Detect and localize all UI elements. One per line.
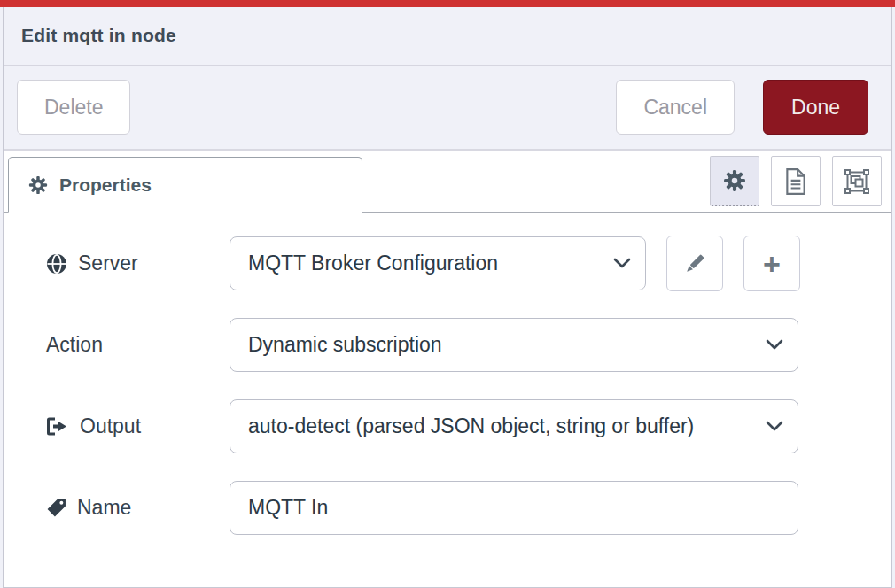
done-button[interactable]: Done bbox=[763, 80, 868, 135]
edit-node-dialog: Edit mqtt in node Delete Cancel Done bbox=[0, 0, 895, 588]
edit-server-button[interactable] bbox=[666, 236, 723, 291]
object-group-icon bbox=[844, 169, 869, 194]
editor-tab-bar: Properties bbox=[4, 151, 891, 213]
chevron-down-icon bbox=[766, 339, 783, 351]
tag-icon bbox=[46, 498, 66, 518]
tray-header: Edit mqtt in node bbox=[4, 7, 891, 66]
name-input[interactable] bbox=[230, 481, 798, 535]
delete-button[interactable]: Delete bbox=[17, 80, 130, 135]
gear-icon bbox=[28, 175, 48, 195]
server-select[interactable]: MQTT Broker Configuration bbox=[230, 236, 646, 290]
chevron-down-icon bbox=[766, 421, 783, 432]
page-title: Edit mqtt in node bbox=[21, 25, 891, 46]
properties-tab-button[interactable] bbox=[710, 156, 759, 206]
tab-tool-buttons bbox=[710, 156, 891, 206]
cancel-button[interactable]: Cancel bbox=[616, 80, 735, 135]
tab-properties[interactable]: Properties bbox=[8, 157, 362, 213]
output-select[interactable]: auto-detect (parsed JSON object, string … bbox=[230, 399, 798, 453]
server-label: Server bbox=[4, 251, 230, 275]
globe-icon bbox=[46, 253, 67, 275]
tab-properties-label: Properties bbox=[59, 174, 152, 196]
workspace-top-red-bar bbox=[0, 0, 895, 7]
gear-icon bbox=[723, 169, 746, 192]
output-row: Output auto-detect (parsed JSON object, … bbox=[4, 399, 891, 453]
edit-tray-panel: Edit mqtt in node Delete Cancel Done bbox=[3, 7, 892, 588]
properties-form: Server MQTT Broker Configuration bbox=[4, 213, 891, 587]
server-row: Server MQTT Broker Configuration bbox=[4, 236, 891, 290]
action-select[interactable]: Dynamic subscription bbox=[230, 318, 798, 372]
appearance-tab-button[interactable] bbox=[832, 156, 882, 206]
name-label: Name bbox=[4, 496, 230, 520]
tray-toolbar: Delete Cancel Done bbox=[4, 66, 891, 151]
sign-out-icon bbox=[46, 416, 69, 437]
add-server-button[interactable]: + bbox=[743, 236, 800, 291]
pencil-icon bbox=[683, 252, 706, 275]
action-label: Action bbox=[4, 333, 230, 357]
chevron-down-icon bbox=[613, 258, 631, 269]
name-row: Name bbox=[4, 481, 891, 535]
file-lines-icon bbox=[784, 168, 807, 195]
description-tab-button[interactable] bbox=[771, 156, 821, 206]
output-label: Output bbox=[4, 414, 230, 438]
action-row: Action Dynamic subscription bbox=[4, 318, 891, 372]
plus-icon: + bbox=[763, 249, 781, 279]
